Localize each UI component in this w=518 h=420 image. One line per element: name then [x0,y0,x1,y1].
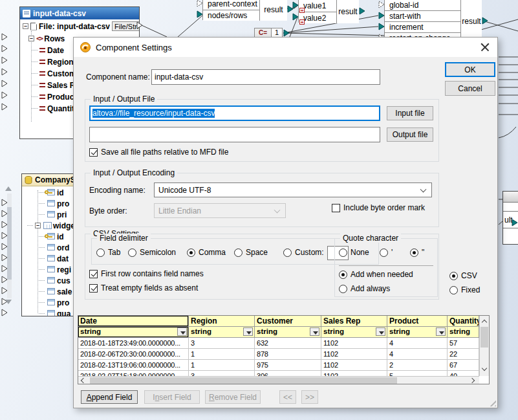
collapse-icon[interactable]: – [35,223,41,228]
dialog-titlebar[interactable]: Component Settings [74,38,497,57]
db-item-pro-1[interactable]: pro [39,198,69,209]
db-item-pro-10[interactable]: pro [39,297,69,308]
input-connector-triangle[interactable] [378,12,385,19]
h-scroll-thumb[interactable] [90,377,397,384]
file-output-connector[interactable] [136,21,143,29]
field-delimiter-option-Tab[interactable]: Tab [96,248,120,257]
column-type-cell[interactable]: string [321,327,387,338]
field-delimiter-radio[interactable] [96,249,105,257]
close-icon[interactable] [480,43,490,52]
field-delimiter-radio[interactable] [234,249,243,257]
insert-field-button[interactable]: Insert Field [144,390,200,404]
function-box-1[interactable]: value1value2result [298,0,358,23]
quote-character-option-[interactable]: " [410,248,424,257]
quote-add-option-Addwhenneeded[interactable]: Add when needed [339,270,413,279]
db-item-id-4[interactable]: id [39,231,64,242]
v-scroll-thumb[interactable] [480,327,488,348]
field-delimiter-option-Comma[interactable]: Comma [187,248,226,257]
cancel-button[interactable]: Cancel [445,81,495,96]
tree-field-quantity[interactable]: Quantity [32,103,79,114]
db-item-cus-8[interactable]: cus [39,275,70,286]
quote-add-option-Addalways[interactable]: Add always [339,284,390,293]
component-edge-clipped[interactable]: ult [502,191,518,245]
component-header[interactable]: input-data-csv [20,7,139,19]
db-item-sale-9[interactable]: sale [39,286,72,297]
db-item-dat-6[interactable]: dat [39,253,69,264]
quote-add-radio[interactable] [339,271,347,279]
input-connector-triangle[interactable] [292,13,299,21]
db-item-pri-2[interactable]: pri [39,209,67,220]
empty-fields-row[interactable]: Treat empty fields as absent [89,283,198,293]
save-relative-checkbox[interactable] [89,148,98,157]
quote-add-radio[interactable] [339,285,347,293]
input-connector-triangle[interactable] [197,10,203,18]
db-item-qua-11[interactable]: qua [39,308,70,316]
tree-file-row[interactable]: – File: input-data-csv File/String [23,21,140,32]
input-connector-triangle[interactable] [1,33,8,41]
input-connector-triangle[interactable] [1,103,8,111]
type-dropdown-button[interactable] [310,327,319,336]
file-format-radio[interactable] [449,286,458,294]
file-format-option-Fixed[interactable]: Fixed [449,285,480,294]
page-nav-button-4[interactable]: >> [301,390,318,404]
ok-button[interactable]: OK [445,62,495,77]
byte-order-mark-checkbox[interactable] [332,204,340,212]
column-header-region[interactable]: Region [189,316,255,327]
tree-field-region[interactable]: Region [32,56,74,67]
field-delimiter-radio[interactable] [128,249,136,257]
column-header-quantity[interactable]: Quantity [448,316,479,327]
column-type-cell[interactable]: string [255,327,321,338]
input-file-button[interactable]: Input file [387,106,433,120]
input-connector-triangle[interactable] [1,91,8,99]
input-connector-triangle[interactable] [1,56,8,64]
byte-order-mark-row[interactable]: Include byte order mark [332,203,425,212]
encoding-name-select[interactable]: Unicode UTF-8 [154,182,432,197]
input-connector-triangle[interactable] [1,68,8,76]
file-format-radio[interactable] [449,272,458,280]
output-file-path-field[interactable] [89,127,380,142]
output-connector-triangle[interactable] [512,219,518,227]
column-type-cell[interactable]: string [448,327,479,338]
output-connector-triangle[interactable] [359,7,365,15]
quote-character-radio[interactable] [410,249,418,257]
column-header-sales-rep[interactable]: Sales Rep [321,316,387,327]
field-delimiter-radio[interactable] [187,249,195,257]
save-relative-row[interactable]: Save all file paths relative to MFD file [89,148,228,157]
file-string-button[interactable]: File/String [112,21,140,31]
function-box-0[interactable]: parent-contextnodes/rowsresult [202,0,286,20]
field-delimiter-radio[interactable] [283,249,292,257]
duplicate-input-icon[interactable]: + [299,8,305,13]
db-item-regi-7[interactable]: regi [39,264,71,275]
remove-field-button[interactable]: Remove Field [205,390,261,404]
input-connector-triangle[interactable] [378,1,385,8]
constant-box[interactable]: C=1 [254,28,283,38]
scroll-up-icon[interactable] [5,186,12,191]
type-dropdown-button[interactable] [436,327,446,336]
input-connector-triangle[interactable] [1,80,8,87]
quote-character-option-[interactable]: ' [380,248,393,257]
collapse-icon[interactable]: – [23,23,28,29]
duplicate-input-icon[interactable]: + [299,19,305,25]
column-header-customer[interactable]: Customer [255,316,321,327]
output-connector-triangle[interactable] [283,29,290,37]
output-connector-triangle[interactable] [482,17,488,25]
field-delimiter-option-Semicolon[interactable]: Semicolon [128,248,176,257]
input-file-path-field[interactable]: altova://file_resource/input-data-csv [89,105,380,121]
component-name-input[interactable]: input-data-csv [151,69,380,85]
input-connector-triangle[interactable] [197,0,203,7]
input-connector-triangle[interactable] [378,23,385,30]
component-header[interactable] [503,192,518,203]
db-item-widge-3[interactable]: –widge [27,220,75,231]
tree-field-product[interactable]: Product [32,91,76,102]
column-type-cell[interactable]: string [387,327,448,338]
first-row-names-checkbox[interactable] [89,270,98,278]
type-dropdown-button[interactable] [177,327,187,336]
file-format-option-CSV[interactable]: CSV [449,271,477,280]
collapse-icon[interactable]: – [28,36,34,41]
output-file-button[interactable]: Output file [387,127,433,142]
type-dropdown-button[interactable] [243,327,253,336]
input-connector-triangle[interactable] [1,45,8,52]
input-connector-triangle[interactable] [1,309,8,316]
csv-preview-table[interactable]: DateRegionCustomerSales RepProductQuanti… [78,315,490,384]
page-nav-button-3[interactable]: << [279,390,296,404]
